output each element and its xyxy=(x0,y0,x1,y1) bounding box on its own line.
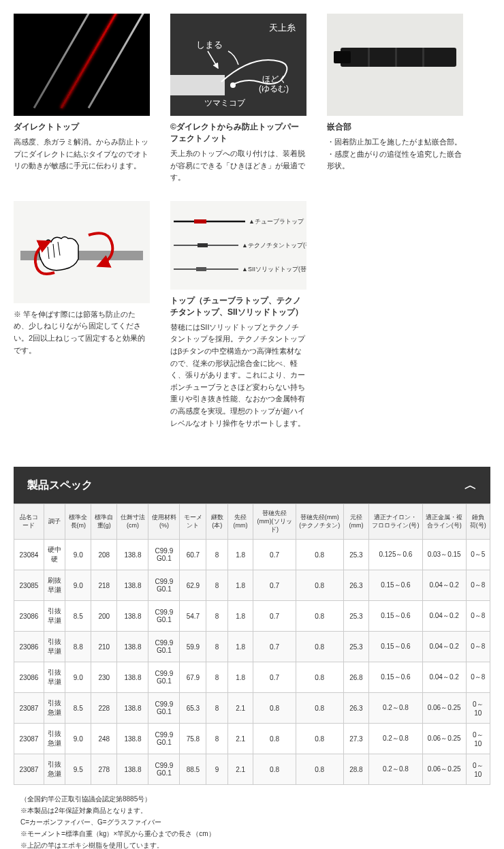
table-cell: 8 xyxy=(206,662,227,693)
table-cell: 1.8 xyxy=(227,632,253,662)
table-cell: 0～8 xyxy=(466,632,490,662)
table-header: 標準全長(m) xyxy=(65,504,91,540)
table-cell: 0.8 xyxy=(296,662,343,693)
table-cell: 0～8 xyxy=(466,662,490,693)
table-cell: 0.8 xyxy=(296,540,343,570)
features-section: ダイレクトトップ 高感度、糸ガラミ解消。からみ防止トップにダイレクトに結ぶタイプ… xyxy=(14,14,490,446)
svg-text:ほどく: ほどく xyxy=(262,74,287,84)
table-cell: 0.2～0.8 xyxy=(369,754,423,785)
table-cell: 138.8 xyxy=(117,662,148,693)
table-cell: 0.2～0.8 xyxy=(369,724,423,754)
table-cell: 0.7 xyxy=(253,662,296,693)
table-cell: C99.9 G0.1 xyxy=(148,662,180,693)
table-header: 品名コード xyxy=(14,504,44,540)
table-cell: 23087 xyxy=(14,724,44,754)
table-cell: 208 xyxy=(91,540,117,570)
joint-image xyxy=(327,14,463,116)
table-cell: C99.9 G0.1 xyxy=(148,601,180,632)
table-cell: 0.15～0.6 xyxy=(369,570,423,601)
table-cell: 25.3 xyxy=(343,601,368,632)
table-cell: 138.8 xyxy=(117,754,148,785)
svg-text:▲テクノチタントップ(替穂): ▲テクノチタントップ(替穂) xyxy=(242,242,306,249)
table-header: 適正ナイロン・フロロライン(号) xyxy=(369,504,423,540)
table-cell: 138.8 xyxy=(117,693,148,724)
table-cell: 9.0 xyxy=(65,724,91,754)
feature-desc: ・固着防止加工を施したがま鮎嵌合部。 ・感度と曲がりの追従性を追究した嵌合形状。 xyxy=(327,136,463,172)
svg-text:天上糸: 天上糸 xyxy=(269,22,296,33)
table-cell: 25.3 xyxy=(343,540,368,570)
table-cell: 27.3 xyxy=(343,724,368,754)
table-cell: 23087 xyxy=(14,693,44,724)
table-cell: 0.7 xyxy=(253,570,296,601)
spec-title: 製品スペック xyxy=(27,478,93,493)
table-cell: 8 xyxy=(206,693,227,724)
table-header: 仕舞寸法(cm) xyxy=(117,504,148,540)
note-line: （全国釣竿公正取引協議会認定第8885号） xyxy=(20,793,484,805)
table-header: モーメント xyxy=(180,504,206,540)
table-cell: 138.8 xyxy=(117,570,148,601)
svg-point-1 xyxy=(230,82,236,88)
table-cell: 1.8 xyxy=(227,540,253,570)
table-cell: 2.1 xyxy=(227,724,253,754)
table-cell: C99.9 G0.1 xyxy=(148,693,180,724)
table-cell: 60.7 xyxy=(180,540,206,570)
table-row: 23087引抜急瀬9.5278138.8C99.9 G0.188.592.10.… xyxy=(14,754,490,785)
table-cell: 0.06～0.25 xyxy=(422,693,466,724)
table-cell: 23084 xyxy=(14,540,44,570)
svg-rect-7 xyxy=(341,48,456,67)
table-cell: C99.9 G0.1 xyxy=(148,632,180,662)
table-cell: 0.04～0.2 xyxy=(422,601,466,632)
joint-desc-2: ・感度と曲がりの追従性を追究した嵌合形状。 xyxy=(327,149,463,172)
table-cell: 2.1 xyxy=(227,754,253,785)
table-cell: 218 xyxy=(91,570,117,601)
note-line: ※モーメント=標準自重（kg）×竿尻から重心までの長さ（cm） xyxy=(20,828,484,839)
table-cell: C99.9 G0.1 xyxy=(148,570,180,601)
table-cell: 54.7 xyxy=(180,601,206,632)
table-cell: 23085 xyxy=(14,570,44,601)
table-cell: 0.04～0.2 xyxy=(422,570,466,601)
table-row: 23087引抜急瀬8.5228138.8C99.9 G0.165.382.10.… xyxy=(14,693,490,724)
table-cell: 1.8 xyxy=(227,662,253,693)
table-cell: 138.8 xyxy=(117,601,148,632)
svg-text:▲チューブラトップ: ▲チューブラトップ xyxy=(249,218,304,225)
table-cell: 0.06～0.25 xyxy=(422,754,466,785)
table-header: 替穂先径(mm)(ソリッド) xyxy=(253,504,296,540)
table-row: 23085刷抜早瀬9.0218138.8C99.9 G0.162.981.80.… xyxy=(14,570,490,601)
feature-tops: ▲チューブラトップ ▲テクノチタントップ(替穂) ▲SIIソリッドトップ(替穂)… xyxy=(170,201,306,429)
table-cell: 8 xyxy=(206,570,227,601)
table-cell: 138.8 xyxy=(117,540,148,570)
table-cell: 59.9 xyxy=(180,632,206,662)
svg-rect-14 xyxy=(194,219,206,223)
feature-twist: ※ 竿を伸ばす際には節落ち防止のため、少しねじりながら固定してください。2回以上… xyxy=(14,201,150,429)
table-cell: 引抜急瀬 xyxy=(44,724,65,754)
tops-image: ▲チューブラトップ ▲テクノチタントップ(替穂) ▲SIIソリッドトップ(替穂) xyxy=(170,201,306,290)
feature-title: 嵌合部 xyxy=(327,121,463,133)
feature-direct-top: ダイレクトトップ 高感度、糸ガラミ解消。からみ防止トップにダイレクトに結ぶタイプ… xyxy=(14,14,150,184)
table-header: 調子 xyxy=(44,504,65,540)
table-cell: 210 xyxy=(91,632,117,662)
table-cell: 1.8 xyxy=(227,570,253,601)
table-cell: 0.7 xyxy=(253,540,296,570)
table-cell: 9.0 xyxy=(65,540,91,570)
direct-top-image xyxy=(14,14,150,116)
table-cell: 200 xyxy=(91,601,117,632)
table-header: 使用材料(%) xyxy=(148,504,180,540)
table-cell: 23086 xyxy=(14,662,44,693)
table-cell: 67.9 xyxy=(180,662,206,693)
table-cell: 0～10 xyxy=(466,724,490,754)
table-cell: 138.8 xyxy=(117,724,148,754)
table-cell: C99.9 G0.1 xyxy=(148,754,180,785)
svg-rect-20 xyxy=(196,267,206,271)
table-cell: 23086 xyxy=(14,632,44,662)
spec-header[interactable]: 製品スペック ︿ xyxy=(14,467,490,504)
table-cell: 0.8 xyxy=(253,693,296,724)
table-cell: 8 xyxy=(206,724,227,754)
table-cell: 26.3 xyxy=(343,570,368,601)
table-cell: C99.9 G0.1 xyxy=(148,540,180,570)
table-cell: 26.3 xyxy=(343,693,368,724)
table-cell: 0～8 xyxy=(466,570,490,601)
feature-desc: ※ 竿を伸ばす際には節落ち防止のため、少しねじりながら固定してください。2回以上… xyxy=(14,309,150,356)
table-cell: 8 xyxy=(206,601,227,632)
table-cell: 0.04～0.2 xyxy=(422,662,466,693)
svg-rect-8 xyxy=(334,51,351,63)
